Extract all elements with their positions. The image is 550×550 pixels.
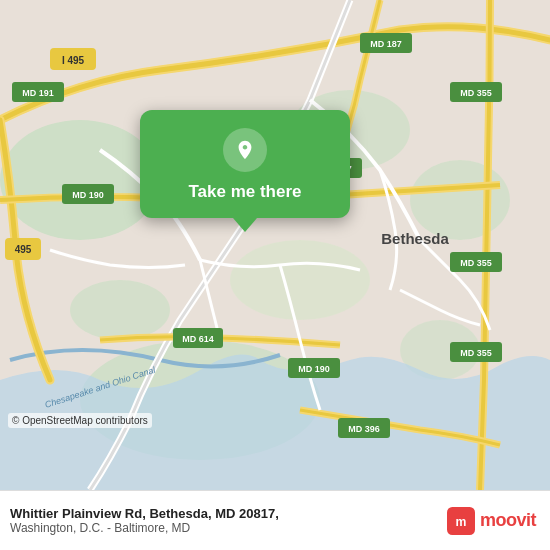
svg-text:MD 355: MD 355 <box>460 348 492 358</box>
svg-text:MD 190: MD 190 <box>298 364 330 374</box>
svg-point-7 <box>230 240 370 320</box>
address-block: Whittier Plainview Rd, Bethesda, MD 2081… <box>10 506 279 535</box>
svg-text:MD 614: MD 614 <box>182 334 214 344</box>
svg-text:495: 495 <box>15 244 32 255</box>
svg-text:MD 187: MD 187 <box>370 39 402 49</box>
moovit-brand-icon: m <box>447 507 475 535</box>
bottom-bar: Whittier Plainview Rd, Bethesda, MD 2081… <box>0 490 550 550</box>
location-pin-icon <box>234 139 256 161</box>
callout-label: Take me there <box>188 182 301 202</box>
osm-credit: © OpenStreetMap contributors <box>8 413 152 428</box>
address-line2: Washington, D.C. - Baltimore, MD <box>10 521 279 535</box>
svg-text:m: m <box>456 515 467 529</box>
svg-text:I 495: I 495 <box>62 55 85 66</box>
location-icon-wrapper <box>223 128 267 172</box>
svg-text:Bethesda: Bethesda <box>381 230 449 247</box>
moovit-brand-name: moovit <box>480 510 536 531</box>
svg-point-6 <box>70 280 170 340</box>
map-container: I 495 MD 191 MD 187 MD 187 MD 355 MD 355… <box>0 0 550 490</box>
svg-point-4 <box>410 160 510 240</box>
svg-text:MD 191: MD 191 <box>22 88 54 98</box>
svg-text:MD 355: MD 355 <box>460 88 492 98</box>
moovit-logo: m moovit <box>447 507 536 535</box>
callout-bubble[interactable]: Take me there <box>140 110 350 218</box>
svg-text:MD 355: MD 355 <box>460 258 492 268</box>
address-line1: Whittier Plainview Rd, Bethesda, MD 2081… <box>10 506 279 521</box>
svg-text:MD 396: MD 396 <box>348 424 380 434</box>
svg-text:MD 190: MD 190 <box>72 190 104 200</box>
